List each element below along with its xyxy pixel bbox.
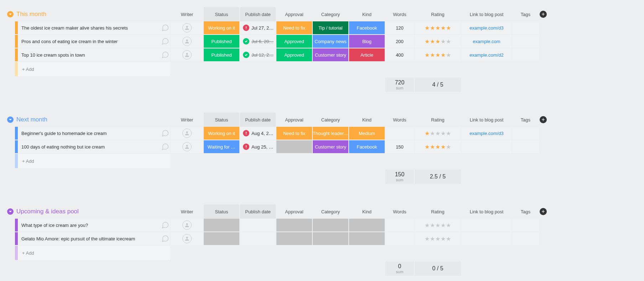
- status-pill[interactable]: Working on it: [204, 127, 239, 140]
- group-title[interactable]: Upcoming & ideas pool: [16, 208, 79, 215]
- col-status[interactable]: Status: [204, 7, 239, 21]
- blog-link[interactable]: example.com/d2: [469, 52, 503, 58]
- tags-cell[interactable]: [512, 140, 539, 153]
- status-pill[interactable]: Approved: [276, 48, 312, 61]
- status-pill[interactable]: Company news: [313, 35, 348, 48]
- col-words[interactable]: Words: [385, 209, 414, 214]
- link-cell[interactable]: [462, 219, 511, 231]
- date-cell[interactable]: Jul 27, 2…: [240, 21, 276, 34]
- add-column-button[interactable]: +: [540, 208, 547, 215]
- rating-cell[interactable]: ★★★★★: [415, 35, 461, 48]
- rating-cell[interactable]: ★★★★★: [415, 219, 461, 231]
- status-pill[interactable]: [313, 232, 348, 245]
- date-cell[interactable]: [240, 232, 276, 245]
- col-link[interactable]: Link to blog post: [462, 12, 511, 17]
- col-link[interactable]: Link to blog post: [462, 209, 511, 214]
- add-item-button[interactable]: + Add: [15, 62, 170, 76]
- chat-icon[interactable]: [160, 221, 170, 229]
- status-pill[interactable]: Need to fix: [276, 21, 312, 34]
- tags-cell[interactable]: [512, 219, 539, 231]
- writer-cell[interactable]: [171, 48, 203, 61]
- col-writer[interactable]: Writer: [171, 209, 203, 214]
- col-tags[interactable]: Tags: [512, 209, 539, 214]
- status-pill[interactable]: Customer story: [313, 140, 348, 153]
- col-words[interactable]: Words: [385, 12, 414, 17]
- link-cell[interactable]: example.com/d3: [462, 21, 511, 34]
- status-pill[interactable]: [276, 232, 312, 245]
- col-category[interactable]: Category: [313, 117, 348, 123]
- col-kind[interactable]: Kind: [349, 12, 385, 17]
- writer-cell[interactable]: [171, 21, 203, 34]
- col-publish-date[interactable]: Publish date: [240, 113, 276, 127]
- status-pill[interactable]: Need to fix: [276, 127, 312, 140]
- add-item-button[interactable]: + Add: [15, 246, 170, 260]
- status-pill[interactable]: [349, 232, 385, 245]
- date-cell[interactable]: [240, 219, 276, 231]
- writer-cell[interactable]: [171, 35, 203, 48]
- status-pill[interactable]: Tip / tutorial: [313, 21, 348, 34]
- link-cell[interactable]: example.com: [462, 35, 511, 48]
- tags-cell[interactable]: [512, 48, 539, 61]
- link-cell[interactable]: example.com/d3: [462, 127, 511, 140]
- item-title-cell[interactable]: 100 days of eating nothing but ice cream: [15, 140, 170, 153]
- words-cell[interactable]: 120: [385, 21, 414, 34]
- status-pill[interactable]: Published: [204, 48, 239, 61]
- collapse-icon[interactable]: [7, 116, 14, 123]
- col-category[interactable]: Category: [313, 209, 348, 214]
- rating-stars[interactable]: ★★★★★: [425, 52, 451, 58]
- status-pill[interactable]: Facebook: [349, 140, 385, 153]
- group-title[interactable]: Next month: [16, 116, 47, 123]
- words-cell[interactable]: 400: [385, 48, 414, 61]
- status-pill[interactable]: [276, 140, 312, 153]
- blog-link[interactable]: example.com: [473, 39, 500, 44]
- rating-stars[interactable]: ★★★★★: [425, 144, 451, 150]
- writer-cell[interactable]: [171, 219, 203, 231]
- date-cell[interactable]: Aug 4, 2…: [240, 127, 276, 140]
- link-cell[interactable]: [462, 232, 511, 245]
- words-cell[interactable]: 150: [385, 140, 414, 153]
- tags-cell[interactable]: [512, 127, 539, 140]
- item-title-cell[interactable]: The oldest ice cream maker alive shares …: [15, 21, 170, 34]
- item-title-cell[interactable]: Gelato Mio Amore: epic pursuit of the ul…: [15, 232, 170, 245]
- status-pill[interactable]: Medium: [349, 127, 385, 140]
- col-approval[interactable]: Approval: [276, 12, 312, 17]
- col-kind[interactable]: Kind: [349, 117, 385, 123]
- status-pill[interactable]: Waiting for …: [204, 140, 239, 153]
- date-cell[interactable]: Aug 25, …: [240, 140, 276, 153]
- rating-cell[interactable]: ★★★★★: [415, 48, 461, 61]
- chat-icon[interactable]: [160, 51, 170, 59]
- blog-link[interactable]: example.com/d3: [469, 25, 503, 31]
- rating-stars[interactable]: ★★★★★: [425, 222, 451, 229]
- rating-stars[interactable]: ★★★★★: [425, 130, 451, 137]
- col-tags[interactable]: Tags: [512, 12, 539, 17]
- col-publish-date[interactable]: Publish date: [240, 204, 276, 219]
- status-pill[interactable]: [349, 219, 385, 231]
- item-title-cell[interactable]: What type of ice cream are you?: [15, 219, 170, 231]
- col-tags[interactable]: Tags: [512, 117, 539, 123]
- rating-cell[interactable]: ★★★★★: [415, 232, 461, 245]
- col-rating[interactable]: Rating: [415, 117, 461, 123]
- status-pill[interactable]: [204, 232, 239, 245]
- item-title-cell[interactable]: Top 10 ice cream spots in town: [15, 48, 170, 61]
- collapse-icon[interactable]: [7, 208, 14, 215]
- status-pill[interactable]: [313, 219, 348, 231]
- status-pill[interactable]: Article: [349, 48, 385, 61]
- writer-cell[interactable]: [171, 127, 203, 140]
- col-approval[interactable]: Approval: [276, 117, 312, 123]
- tags-cell[interactable]: [512, 21, 539, 34]
- status-pill[interactable]: Facebook: [349, 21, 385, 34]
- date-cell[interactable]: Jul 6, 20…: [240, 35, 276, 48]
- col-link[interactable]: Link to blog post: [462, 117, 511, 123]
- words-cell[interactable]: [385, 219, 414, 231]
- writer-cell[interactable]: [171, 140, 203, 153]
- status-pill[interactable]: Published: [204, 35, 239, 48]
- chat-icon[interactable]: [160, 37, 170, 45]
- chat-icon[interactable]: [160, 143, 170, 151]
- tags-cell[interactable]: [512, 35, 539, 48]
- status-pill[interactable]: [204, 219, 239, 231]
- tags-cell[interactable]: [512, 232, 539, 245]
- date-cell[interactable]: Jul 12, 2…: [240, 48, 276, 61]
- words-cell[interactable]: 200: [385, 35, 414, 48]
- words-cell[interactable]: [385, 127, 414, 140]
- status-pill[interactable]: Approved: [276, 35, 312, 48]
